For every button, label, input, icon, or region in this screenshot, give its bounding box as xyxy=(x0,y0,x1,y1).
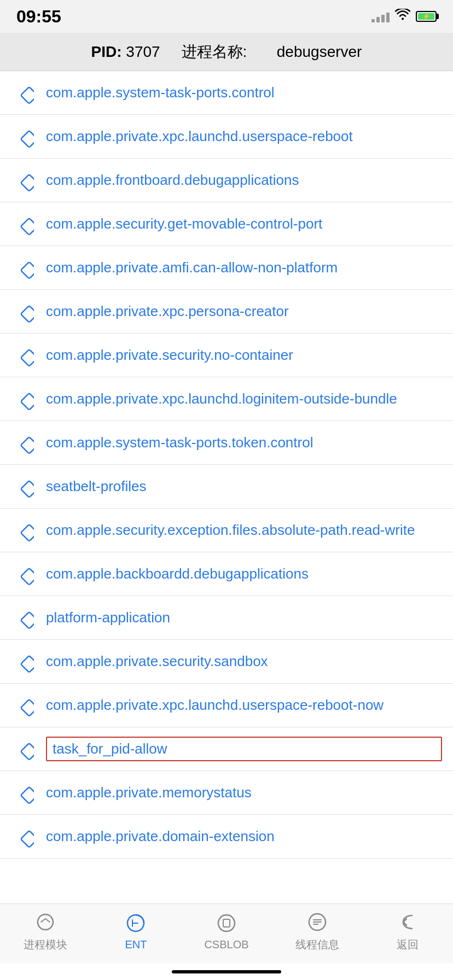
list-label: com.apple.private.xpc.launchd.loginitem-… xyxy=(46,390,442,409)
status-icons: ⚡ xyxy=(371,9,437,24)
tab-label-process: 进程模块 xyxy=(24,937,67,952)
svg-rect-18 xyxy=(21,830,34,847)
svg-rect-4 xyxy=(21,218,34,235)
list-label: com.apple.private.xpc.launchd.userspace-… xyxy=(46,696,442,715)
svg-rect-11 xyxy=(21,524,34,541)
header: PID: 3707 进程名称: debugserver xyxy=(0,33,453,71)
diamond-icon xyxy=(11,125,35,149)
list-item[interactable]: com.apple.private.security.no-container xyxy=(0,334,453,377)
list-item[interactable]: com.apple.backboardd.debugapplications xyxy=(0,552,453,596)
list-item[interactable]: com.apple.private.amfi.can-allow-non-pla… xyxy=(0,246,453,290)
home-bar xyxy=(172,970,281,973)
svg-point-0 xyxy=(402,18,404,20)
svg-rect-9 xyxy=(21,436,34,453)
tab-bar: 进程模块 ENT CSBLOB 线程信息 返回 xyxy=(0,903,453,964)
list-item[interactable]: task_for_pid-allow xyxy=(0,727,453,771)
tab-label-back: 返回 xyxy=(397,937,419,952)
diamond-icon xyxy=(11,737,35,761)
tab-label-csblob: CSBLOB xyxy=(204,938,248,951)
diamond-icon xyxy=(11,693,35,718)
svg-rect-5 xyxy=(21,261,34,278)
list-label: com.apple.private.amfi.can-allow-non-pla… xyxy=(46,259,442,277)
list-label: com.apple.private.domain-extension xyxy=(46,827,442,846)
entitlements-list: com.apple.system-task-ports.control com.… xyxy=(0,71,453,903)
svg-rect-3 xyxy=(21,174,34,191)
list-label: com.apple.private.xpc.persona-creator xyxy=(46,302,442,321)
pid-label: PID: xyxy=(91,43,122,60)
process-label: 进程名称: xyxy=(182,43,247,60)
list-item[interactable]: com.apple.private.xpc.launchd.userspace-… xyxy=(0,115,453,159)
tab-item-back[interactable]: 返回 xyxy=(362,910,453,952)
list-item[interactable]: platform-application xyxy=(0,596,453,640)
svg-rect-20 xyxy=(223,919,230,927)
svg-rect-14 xyxy=(21,655,34,672)
list-item[interactable]: com.apple.system-task-ports.token.contro… xyxy=(0,421,453,465)
list-item[interactable]: com.apple.frontboard.debugapplications xyxy=(0,159,453,202)
tab-icon-back xyxy=(396,910,420,934)
tab-icon-ent xyxy=(124,911,148,935)
list-item[interactable]: com.apple.private.memorystatus xyxy=(0,771,453,815)
tab-icon-csblob xyxy=(214,911,239,935)
diamond-icon xyxy=(11,518,35,542)
diamond-icon xyxy=(11,475,35,499)
diamond-icon xyxy=(11,431,35,455)
list-label: com.apple.security.exception.files.absol… xyxy=(46,521,442,540)
process-name: debugserver xyxy=(277,43,362,60)
list-item[interactable]: com.apple.security.exception.files.absol… xyxy=(0,509,453,552)
list-item[interactable]: com.apple.security.get-movable-control-p… xyxy=(0,202,453,246)
list-item[interactable]: com.apple.private.security.sandbox xyxy=(0,640,453,684)
tab-label-thread: 线程信息 xyxy=(295,937,339,952)
list-item[interactable]: com.apple.private.xpc.persona-creator xyxy=(0,290,453,334)
list-item[interactable]: com.apple.private.xpc.launchd.userspace-… xyxy=(0,684,453,727)
list-item[interactable]: seatbelt-profiles xyxy=(0,465,453,509)
diamond-icon xyxy=(11,81,35,105)
list-label: com.apple.frontboard.debugapplications xyxy=(46,171,442,190)
diamond-icon xyxy=(11,606,35,630)
svg-rect-2 xyxy=(21,130,34,147)
svg-rect-8 xyxy=(21,393,34,410)
diamond-icon xyxy=(11,825,35,849)
home-indicator xyxy=(0,964,453,980)
list-label: com.apple.system-task-ports.token.contro… xyxy=(46,434,442,452)
svg-rect-7 xyxy=(21,349,34,366)
diamond-icon xyxy=(11,387,35,411)
header-info: PID: 3707 进程名称: debugserver xyxy=(91,42,362,62)
tab-label-ent: ENT xyxy=(125,938,147,951)
status-time: 09:55 xyxy=(16,7,61,27)
list-item[interactable]: com.apple.private.xpc.launchd.loginitem-… xyxy=(0,377,453,421)
svg-rect-16 xyxy=(21,743,34,760)
list-label: com.apple.private.xpc.launchd.userspace-… xyxy=(46,127,442,146)
tab-item-csblob[interactable]: CSBLOB xyxy=(181,911,272,951)
pid-value: 3707 xyxy=(126,43,160,60)
svg-rect-15 xyxy=(21,699,34,716)
tab-item-ent[interactable]: ENT xyxy=(91,911,182,951)
list-label: com.apple.system-task-ports.control xyxy=(46,84,442,102)
wifi-icon xyxy=(395,9,410,24)
list-label: seatbelt-profiles xyxy=(46,477,442,496)
diamond-icon xyxy=(11,168,35,192)
diamond-icon xyxy=(11,343,35,368)
svg-rect-6 xyxy=(21,305,34,322)
tab-icon-process xyxy=(33,910,57,934)
diamond-icon xyxy=(11,212,35,236)
diamond-icon xyxy=(11,562,35,586)
diamond-icon xyxy=(11,781,35,805)
svg-rect-17 xyxy=(21,786,34,803)
list-label: com.apple.backboardd.debugapplications xyxy=(46,565,442,584)
svg-rect-1 xyxy=(21,86,34,103)
list-item[interactable]: com.apple.system-task-ports.control xyxy=(0,71,453,115)
tab-item-thread[interactable]: 线程信息 xyxy=(272,910,363,952)
list-label: com.apple.private.memorystatus xyxy=(46,784,442,802)
status-bar: 09:55 ⚡ xyxy=(0,0,453,33)
list-label: com.apple.security.get-movable-control-p… xyxy=(46,215,442,234)
list-label: com.apple.private.security.no-container xyxy=(46,346,442,365)
battery-icon: ⚡ xyxy=(416,11,437,22)
tab-item-process[interactable]: 进程模块 xyxy=(0,910,91,952)
diamond-icon xyxy=(11,256,35,280)
list-item[interactable]: com.apple.private.domain-extension xyxy=(0,815,453,859)
list-label: com.apple.private.security.sandbox xyxy=(46,652,442,671)
list-label: platform-application xyxy=(46,609,442,627)
svg-rect-12 xyxy=(21,568,34,585)
diamond-icon xyxy=(11,650,35,674)
diamond-icon xyxy=(11,300,35,324)
